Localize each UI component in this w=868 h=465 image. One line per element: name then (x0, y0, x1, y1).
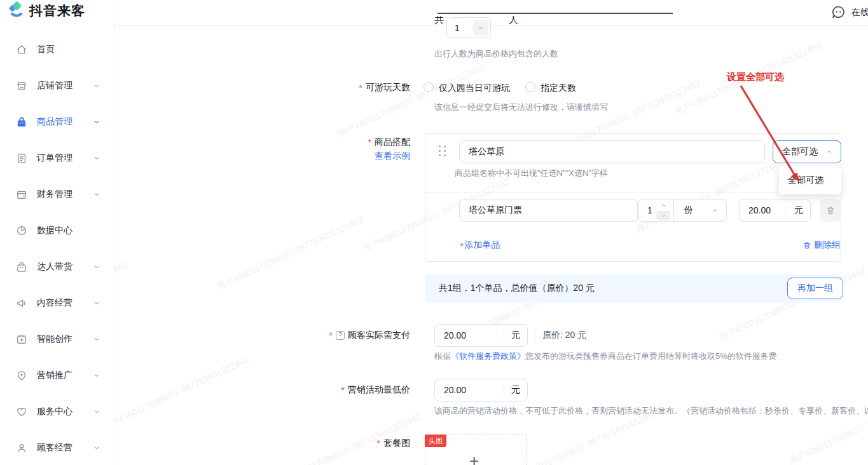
sidebar-item-label: 财务管理 (37, 189, 92, 200)
sidebar-item[interactable]: 达人带货 (0, 248, 114, 285)
sidebar-item[interactable]: 财务管理 (0, 176, 114, 212)
delete-item-button[interactable] (820, 199, 841, 222)
add-item-link[interactable]: +添加单品 (459, 239, 500, 251)
chevron-down-icon (473, 20, 488, 36)
currency-suffix: 元 (504, 384, 527, 396)
pay-label: * ? 顾客实际需支付 (329, 330, 410, 341)
sidebar-item[interactable]: 内容经营 (0, 285, 114, 321)
min-price-label: * 营销活动最低价 (341, 384, 410, 396)
group-summary-text: 共1组，1个单品，总价值（原价）20 元 (439, 283, 595, 294)
play-days-hint: 该信息一经提交后将无法进行修改，请谨慎填写 (434, 102, 608, 113)
sidebar-item-label: 数据中心 (37, 225, 92, 236)
sidebar-item[interactable]: 智能创作 (0, 321, 114, 357)
group-divider (425, 192, 841, 192)
package-image-label: * 套餐图 (377, 438, 410, 449)
delete-group-link[interactable]: 删除组 (803, 239, 841, 251)
item-name-input[interactable]: 塔公草原门票 (459, 199, 638, 222)
cover-badge: 头图 (425, 435, 446, 447)
create-icon (15, 333, 28, 346)
chevron-down-icon (711, 206, 719, 214)
required-asterisk: * (359, 83, 362, 93)
logo-text: 抖音来客 (29, 2, 85, 20)
sidebar-item[interactable]: 店铺管理 (0, 67, 114, 104)
sidebar-item[interactable]: 顾客经营 (0, 429, 114, 465)
stepper-down-button[interactable] (656, 211, 670, 220)
people-hint: 出行人数为商品价格内包含的人数 (434, 48, 558, 60)
view-example-link[interactable]: 查看示例 (375, 151, 410, 162)
radio-specified-days[interactable] (525, 82, 535, 92)
sidebar-item-label: 内容经营 (37, 297, 92, 309)
combo-label: * 商品搭配 (368, 137, 410, 148)
item-qty-unit-control: 1 份 (638, 199, 727, 222)
required-asterisk: * (341, 385, 345, 395)
add-group-button[interactable]: 再加一组 (787, 278, 843, 299)
service-icon (15, 405, 28, 418)
product-icon (15, 116, 28, 128)
sidebar-item-label: 首页 (37, 44, 92, 55)
people-count-select[interactable]: 1 (446, 17, 491, 38)
sidebar-item[interactable]: 订单管理 (0, 140, 114, 176)
sidebar-nav: 首页 店铺管理 商品管理 订单管理 财务管理 (0, 31, 114, 465)
sidebar-item-label: 订单管理 (37, 152, 92, 164)
influencer-icon (15, 260, 28, 273)
required-asterisk: * (368, 137, 371, 147)
app-logo[interactable]: 抖音来客 (6, 1, 85, 21)
sidebar-item[interactable]: 营销推广 (0, 357, 114, 393)
online-status[interactable]: 在线 (830, 4, 868, 20)
sidebar-item[interactable]: 商品管理 (0, 104, 114, 140)
item-price-input[interactable]: 20.00 元 (739, 199, 811, 222)
currency-suffix: 元 (787, 205, 810, 216)
home-icon (15, 43, 28, 56)
annotation-text: 设置全部可选 (727, 71, 784, 83)
service-fee-policy-link[interactable]: 《软件服务费政策》 (451, 351, 525, 361)
radio-specified-days-label[interactable]: 指定天数 (541, 83, 576, 94)
pay-hint: 根据《软件服务费政策》您发布的游玩类预售券商品在订单费用结算时将收取5%的软件服… (434, 351, 777, 362)
pay-price-input[interactable]: 20.00 元 (434, 324, 528, 347)
sidebar-item[interactable]: 服务中心 (0, 393, 114, 429)
sidebar-item[interactable]: 数据中心 (0, 212, 114, 248)
chevron-down-icon (92, 407, 101, 416)
help-icon[interactable]: ? (336, 331, 345, 340)
sidebar-item-label: 营销推广 (37, 370, 92, 381)
qty-input[interactable]: 1 (638, 205, 656, 215)
people-suffix: 人 (509, 16, 520, 36)
chat-bubble-icon (830, 4, 846, 20)
min-price-input[interactable]: 20.00 元 (434, 379, 528, 401)
people-prefix: 共 (434, 16, 446, 36)
page: 用户4360117098810: 987783401322462 用户43601… (0, 0, 868, 465)
group-summary-bar: 共1组，1个单品，总价值（原价）20 元 (425, 274, 841, 302)
sidebar-item-label: 智能创作 (37, 334, 92, 345)
radio-same-day-label[interactable]: 仅入园当日可游玩 (439, 83, 510, 94)
group-name-hint: 商品组名称中不可出现"任选N""X选N"字样 (455, 168, 608, 179)
topbar-divider (114, 25, 868, 26)
sidebar-item-label: 服务中心 (37, 406, 92, 417)
finance-icon (15, 188, 28, 201)
group-name-input[interactable]: 塔公草原 (459, 140, 765, 163)
content-icon (15, 297, 28, 309)
stepper-up-button[interactable] (656, 201, 670, 210)
watermark-text: 用户4360117098810: 987783401322462 (787, 389, 868, 465)
radio-same-day[interactable] (424, 82, 434, 92)
chevron-down-icon (92, 118, 101, 126)
sidebar-item-label: 顾客经营 (37, 442, 92, 454)
store-icon (15, 79, 28, 92)
watermark-text: 用户4360117098810: 987783401322462 (215, 214, 366, 292)
sidebar-item[interactable]: 首页 (0, 31, 114, 67)
chevron-up-icon (825, 148, 833, 156)
online-label: 在线 (851, 7, 868, 18)
min-price-hint: 该商品的营销活动价格，不可低于此价格，否则营销活动无法发布。（营销活动价格包括：… (434, 405, 868, 417)
trash-icon (825, 205, 836, 215)
chevron-down-icon (92, 262, 101, 271)
divider (535, 328, 535, 343)
sidebar-item-label: 店铺管理 (37, 80, 92, 91)
drag-handle[interactable] (439, 145, 446, 158)
logo-icon (6, 1, 27, 21)
chevron-down-icon (92, 81, 101, 90)
unit-select[interactable]: 份 (674, 205, 711, 216)
plus-icon: + (469, 451, 479, 465)
qty-stepper (656, 201, 670, 220)
currency-suffix: 元 (504, 330, 527, 341)
annotation-arrow-icon (725, 83, 808, 187)
sidebar-item-label: 商品管理 (37, 116, 92, 128)
data-icon (15, 224, 28, 237)
